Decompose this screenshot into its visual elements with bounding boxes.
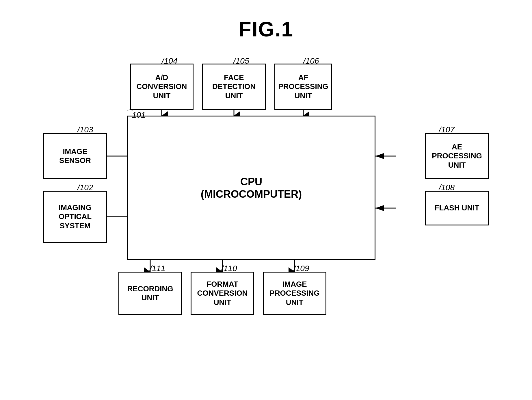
imaging-optical-ref: /102	[77, 183, 93, 192]
imaging-optical-block: IMAGING OPTICAL SYSTEM	[43, 191, 107, 243]
ad-block: A/D CONVERSION UNIT	[130, 64, 194, 110]
face-block: FACE DETECTION UNIT	[202, 64, 266, 110]
flash-ref: /108	[439, 183, 455, 192]
format-label: FORMAT CONVERSION UNIT	[197, 280, 248, 307]
cpu-ref: ⌒101	[126, 108, 146, 120]
ae-label: AE PROCESSING UNIT	[432, 142, 482, 170]
imaging-optical-label: IMAGING OPTICAL SYSTEM	[59, 203, 92, 230]
recording-ref: /111	[150, 264, 165, 273]
format-ref: /110	[221, 264, 237, 273]
recording-block: RECORDING UNIT	[118, 272, 182, 315]
cpu-block: CPU (MICROCOMPUTER)	[127, 116, 375, 260]
image-sensor-block: IMAGE SENSOR	[43, 133, 107, 179]
ad-label: A/D CONVERSION UNIT	[137, 73, 187, 100]
af-ref: /106	[303, 56, 319, 66]
cpu-label: CPU (MICROCOMPUTER)	[201, 175, 302, 200]
flash-label: FLASH UNIT	[435, 203, 479, 212]
flash-block: FLASH UNIT	[425, 191, 489, 225]
page-title: FIG.1	[0, 0, 532, 41]
ad-ref: /104	[162, 56, 178, 66]
recording-label: RECORDING UNIT	[127, 284, 173, 302]
image-proc-ref: /109	[293, 264, 309, 273]
diagram-container: CPU (MICROCOMPUTER) ⌒101 A/D CONVERSION …	[35, 58, 497, 383]
format-block: FORMAT CONVERSION UNIT	[191, 272, 254, 315]
image-proc-block: IMAGE PROCESSING UNIT	[263, 272, 326, 315]
image-proc-label: IMAGE PROCESSING UNIT	[269, 280, 319, 307]
face-ref: /105	[233, 56, 249, 66]
face-label: FACE DETECTION UNIT	[212, 73, 256, 100]
ae-ref: /107	[439, 125, 455, 134]
image-sensor-label: IMAGE SENSOR	[59, 147, 91, 165]
af-label: AF PROCESSING UNIT	[278, 73, 328, 100]
af-block: AF PROCESSING UNIT	[274, 64, 332, 110]
ae-block: AE PROCESSING UNIT	[425, 133, 489, 179]
image-sensor-ref: /103	[77, 125, 93, 134]
